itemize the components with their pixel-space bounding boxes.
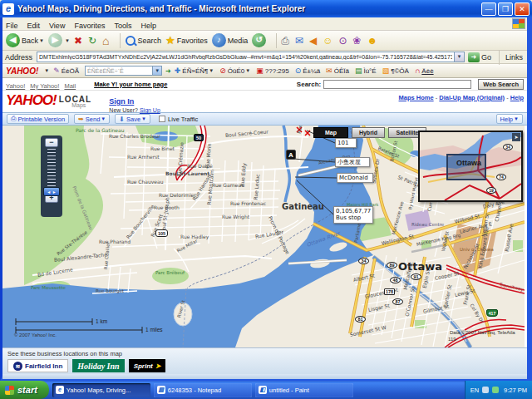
overview-inset-map[interactable]: Ottawa 34 74 19 ➤ (418, 131, 523, 202)
companion-item-button[interactable]: ✚ÉÑ»ÉÑ¶▼ (175, 66, 214, 75)
companion-item-button[interactable]: ∩Äèè (415, 66, 434, 75)
map-type-hybrid-button[interactable]: Hybrid (352, 127, 385, 138)
companion-item-button[interactable]: ⊙Ê±¼ä (295, 66, 320, 75)
menu-file[interactable]: File (6, 22, 18, 30)
companion-search-go-icon[interactable]: ➜ (165, 67, 171, 75)
inset-route-badge: 74 (496, 174, 506, 180)
close-button[interactable]: ✕ (515, 2, 530, 16)
address-input[interactable] (37, 54, 454, 60)
save-button[interactable]: ⬇ Save ▼ (115, 114, 150, 124)
send-button[interactable]: ➥ Send ▼ (74, 114, 110, 124)
back-button[interactable]: ◀ Back ▼ (6, 33, 44, 47)
map-help-label: Help (500, 116, 513, 123)
companion-item-icon: ▧ (382, 66, 390, 75)
make-home-page-link[interactable]: Make Y! your home page (94, 81, 167, 88)
companion-item-button[interactable]: ⊘ÓûÉ0▼ (219, 66, 250, 75)
history-icon: ↺ (252, 33, 266, 47)
emoticon-button[interactable]: ☻ (367, 34, 380, 47)
flower-icon: ❀ (352, 34, 361, 47)
companion-item-button[interactable]: ▤Ìù°É (355, 66, 377, 75)
web-search-button[interactable]: Web Search (478, 79, 524, 90)
timer-button[interactable]: ⊙ (338, 34, 348, 47)
top-link-myyahoo[interactable]: My Yahoo! (30, 82, 59, 90)
pan-control[interactable]: ◄ ► (43, 187, 60, 196)
map-callout[interactable]: McDonald (337, 173, 373, 183)
companion-settings-button[interactable]: ✎ ÉèÖÃ (53, 66, 79, 75)
header-link-mapshome[interactable]: Maps Home (399, 94, 434, 101)
address-label: Address (5, 53, 32, 62)
search-button[interactable]: Search (125, 35, 162, 47)
yahoo-local-logo[interactable]: YAHOO! LOCAL Maps (6, 92, 86, 109)
companion-search-input[interactable]: ÉÑÈëËÑË÷´Ê (85, 66, 153, 76)
go-button[interactable]: ➜ Go (468, 52, 491, 62)
refresh-button[interactable]: ↻ (88, 34, 98, 47)
taskbar-task[interactable]: ◧untitled - Paint (255, 383, 353, 397)
language-indicator[interactable]: EN (470, 387, 479, 394)
header-link-help[interactable]: Help (510, 94, 524, 101)
menu-help[interactable]: Help (140, 22, 156, 30)
zoom-slider-track[interactable] (47, 149, 56, 192)
menu-edit[interactable]: Edit (27, 22, 41, 30)
live-traffic-toggle[interactable]: Live Traffic (159, 116, 198, 123)
sound-button[interactable]: ◀ (309, 34, 318, 47)
tray-icon[interactable] (482, 387, 489, 393)
web-search-input[interactable] (323, 80, 471, 89)
stop-button[interactable]: ✖ (74, 34, 84, 47)
map-canvas[interactable]: Map Hybrid Satellite − ◄ ► + A (2, 126, 525, 347)
companion-item-icon: ✉ (326, 66, 332, 75)
header-link-dialupmaporiginal[interactable]: Dial-Up Map (Original) (439, 94, 505, 101)
fairfield-logo-icon: ≋ (13, 362, 22, 371)
menu-tools[interactable]: Tools (114, 22, 131, 30)
menu-favorites[interactable]: Favorites (74, 22, 105, 30)
printable-version-button[interactable]: ⎙ Printable Version (7, 114, 69, 124)
toolbar-separator (276, 33, 277, 48)
companion-item-button[interactable]: ▧¶©ÔÄ (382, 66, 409, 75)
fairfield-inn-ad[interactable]: ≋ Fairfield Inn (7, 359, 68, 372)
companion-item-button[interactable]: ✉ÓÊÏä (326, 66, 349, 75)
plugin-button[interactable]: ❀ (352, 34, 362, 47)
start-flag-icon (5, 386, 14, 395)
links-label[interactable]: Links (505, 53, 523, 62)
taskbar-task[interactable]: eYahoo! Maps, Driving... (52, 383, 150, 397)
tray-icon[interactable] (492, 387, 499, 393)
map-help-button[interactable]: Help ▼ (496, 114, 523, 124)
holiday-inn-ad[interactable]: Holiday Inn (72, 359, 124, 372)
inset-viewport-rectangle[interactable] (446, 154, 486, 180)
start-button[interactable]: start (0, 381, 49, 399)
taskbar-task[interactable]: ▤6248353 - Notepad (154, 383, 252, 397)
companion-search-dropdown-icon[interactable]: ▼ (153, 66, 162, 76)
live-traffic-checkbox[interactable] (159, 116, 165, 122)
map-street-label: Rue Binet (150, 145, 175, 151)
top-link-yahoo[interactable]: Yahoo! (6, 82, 25, 90)
location-marker-a[interactable]: A (286, 150, 296, 160)
favorites-button[interactable]: ★ Favorites (165, 34, 208, 47)
map-type-map-button[interactable]: Map (313, 127, 348, 138)
messenger-button[interactable]: ☺ (323, 34, 334, 47)
menu-view[interactable]: View (49, 22, 65, 30)
media-icon: ♪ (212, 33, 226, 47)
minimize-button[interactable]: — (481, 2, 496, 16)
print-button[interactable]: ⎙ (281, 34, 291, 47)
history-button[interactable]: ↺ (252, 33, 268, 47)
map-callout[interactable]: 小鱼发屋 (335, 157, 370, 167)
map-callout[interactable]: 101 (335, 138, 357, 148)
toolbar-separator (120, 33, 121, 48)
sign-up-link[interactable]: Sign Up (140, 107, 160, 113)
home-button[interactable]: ⌂ (102, 34, 111, 47)
zoom-out-button[interactable]: − (45, 138, 58, 147)
sign-in-link[interactable]: Sign In (109, 97, 134, 106)
companion-item-button[interactable]: ▣???:295 (256, 66, 288, 75)
media-button[interactable]: ♪ Media (212, 33, 249, 47)
address-dropdown-icon[interactable]: ▼ (454, 52, 464, 62)
sprint-ad[interactable]: Sprint ➤ (129, 359, 166, 372)
maximize-button[interactable]: ❐ (498, 2, 513, 16)
yahoo-companion-logo[interactable]: YAHOO! (6, 66, 38, 76)
top-link-mail[interactable]: Mail (64, 82, 76, 90)
forward-button[interactable]: ▶ ▼ (48, 33, 70, 47)
print-icon: ⎙ (281, 34, 289, 47)
inset-collapse-icon[interactable]: ➤ (512, 133, 520, 141)
mail-button[interactable]: ✉ (295, 34, 305, 47)
map-callout[interactable]: 0,105,67,77 Bus stop (333, 206, 373, 224)
task-label: untitled - Paint (269, 387, 309, 394)
forward-icon: ▶ (48, 33, 62, 47)
